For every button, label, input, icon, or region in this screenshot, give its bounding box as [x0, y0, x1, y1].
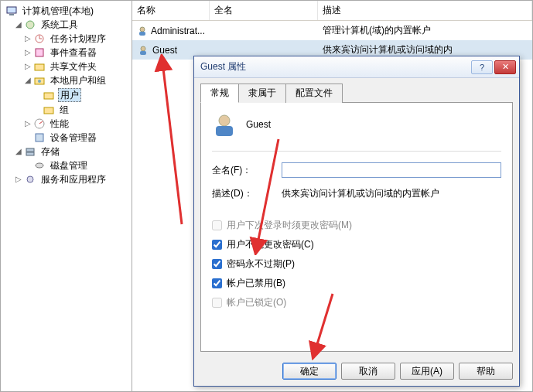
svg-point-18 — [27, 176, 33, 182]
cb-disabled-row[interactable]: 帐户已禁用(B) — [212, 277, 501, 290]
folder-icon — [43, 89, 55, 101]
gear-icon — [24, 173, 36, 186]
cb-cannotchange[interactable] — [212, 240, 222, 250]
col-fullname[interactable]: 全名 — [210, 1, 318, 20]
col-desc[interactable]: 描述 — [318, 1, 532, 20]
list-header: 名称 全名 描述 — [132, 1, 532, 21]
expander-icon[interactable]: ▷ — [24, 118, 32, 130]
tree-systools[interactable]: ◢ 系统工具 — [2, 18, 130, 32]
tree-shared[interactable]: ▷ 共享文件夹 — [2, 60, 130, 73]
tree-tasksched[interactable]: ▷ 任务计划程序 — [2, 32, 130, 46]
user-icon — [137, 25, 148, 37]
device-icon — [33, 131, 46, 144]
svg-rect-20 — [139, 32, 145, 36]
expander-icon[interactable]: ▷ — [24, 60, 32, 73]
col-name[interactable]: 名称 — [132, 1, 210, 20]
svg-rect-16 — [26, 152, 34, 155]
apply-button[interactable]: 应用(A) — [400, 363, 454, 380]
cb-neverexpire-row[interactable]: 密码永不过期(P) — [212, 257, 501, 271]
user-icon — [137, 44, 149, 56]
expander-icon[interactable]: ▷ — [24, 46, 32, 59]
svg-point-17 — [36, 163, 43, 168]
svg-point-21 — [141, 46, 145, 51]
desc-label: 描述(D)： — [212, 187, 282, 200]
svg-point-2 — [26, 21, 34, 29]
help-button2[interactable]: 帮助 — [459, 363, 513, 380]
svg-rect-11 — [44, 107, 53, 114]
tree-diskmgmt[interactable]: 磁盘管理 — [2, 159, 130, 172]
list-row-admin[interactable]: Administrat... 管理计算机(域)的内置帐户 — [132, 21, 532, 40]
svg-point-9 — [38, 80, 41, 83]
svg-rect-10 — [44, 93, 53, 99]
tree-localusers[interactable]: ◢ 本地用户和组 — [2, 73, 130, 87]
svg-rect-7 — [35, 64, 44, 70]
folder-icon — [43, 104, 55, 116]
cb-locked-row: 帐户已锁定(O) — [212, 296, 501, 309]
separator — [212, 151, 501, 152]
expander-icon[interactable]: ◢ — [15, 19, 22, 31]
user-icon — [212, 112, 237, 137]
folder-share-icon — [33, 60, 46, 73]
tab-general[interactable]: 常规 — [200, 84, 239, 103]
tree-perf[interactable]: ▷ 性能 — [2, 117, 130, 131]
cb-mustchange-row: 用户下次登录时须更改密码(M) — [212, 219, 501, 232]
svg-rect-24 — [216, 126, 233, 136]
computer-icon — [5, 5, 18, 17]
properties-dialog: Guest 属性 ? ✕ 常规 隶属于 配置文件 Guest 全名(F)： 描述… — [193, 56, 520, 387]
wrench-icon — [24, 19, 36, 31]
cb-neverexpire[interactable] — [212, 259, 222, 269]
dialog-buttons: 确定 取消 应用(A) 帮助 — [194, 356, 519, 386]
desc-value: 供来宾访问计算机或访问域的内置帐户 — [282, 187, 501, 200]
tree-services[interactable]: ▷ 服务和应用程序 — [2, 172, 130, 186]
dialog-title: Guest 属性 — [200, 60, 470, 73]
clock-icon — [33, 32, 46, 45]
help-button[interactable]: ? — [471, 60, 493, 74]
perf-icon — [33, 118, 46, 130]
svg-rect-0 — [7, 7, 16, 13]
disk-icon — [33, 159, 46, 172]
tab-page-general: Guest 全名(F)： 描述(D)： 供来宾访问计算机或访问域的内置帐户 用户… — [200, 102, 513, 352]
tree-root[interactable]: 计算机管理(本地) — [2, 4, 130, 18]
titlebar[interactable]: Guest 属性 ? ✕ — [194, 56, 519, 78]
cb-locked — [212, 298, 222, 308]
users-folder-icon — [33, 74, 46, 87]
svg-point-23 — [219, 115, 230, 126]
ok-button[interactable]: 确定 — [282, 363, 337, 380]
svg-rect-14 — [36, 134, 43, 141]
expander-icon[interactable]: ▷ — [15, 173, 22, 186]
cb-disabled[interactable] — [212, 278, 222, 288]
cb-mustchange — [212, 220, 222, 230]
event-icon — [33, 46, 46, 59]
expander-icon[interactable]: ◢ — [15, 145, 22, 158]
svg-rect-15 — [26, 148, 34, 152]
tab-profile[interactable]: 配置文件 — [285, 84, 343, 103]
cb-cannotchange-row[interactable]: 用户不能更改密码(C) — [212, 238, 501, 251]
tab-memberof[interactable]: 隶属于 — [238, 84, 286, 103]
list-body: Administrat... 管理计算机(域)的内置帐户 Guest 供来宾访问… — [132, 21, 532, 60]
username-label: Guest — [246, 119, 271, 130]
tree-eventvwr[interactable]: ▷ 事件查看器 — [2, 46, 130, 60]
expander-icon[interactable]: ▷ — [24, 32, 32, 45]
tree-users[interactable]: 用户 — [2, 87, 130, 103]
tree-groups[interactable]: 组 — [2, 103, 130, 117]
storage-icon — [24, 145, 36, 158]
svg-rect-1 — [9, 14, 14, 15]
tabstrip: 常规 隶属于 配置文件 — [200, 84, 513, 103]
svg-rect-22 — [140, 51, 146, 55]
tree-devmgr[interactable]: 设备管理器 — [2, 131, 130, 145]
close-button[interactable]: ✕ — [494, 60, 516, 74]
tree-storage[interactable]: ◢ 存储 — [2, 145, 130, 159]
svg-rect-6 — [36, 49, 43, 56]
fullname-input[interactable] — [282, 162, 501, 178]
fullname-label: 全名(F)： — [212, 164, 282, 177]
svg-point-19 — [140, 27, 145, 32]
expander-icon[interactable]: ◢ — [24, 74, 32, 87]
cancel-button[interactable]: 取消 — [341, 363, 395, 380]
tree-pane: 计算机管理(本地) ◢ 系统工具 ▷ 任务计划程序 ▷ 事件查看器 ▷ 共享文件… — [1, 1, 132, 391]
